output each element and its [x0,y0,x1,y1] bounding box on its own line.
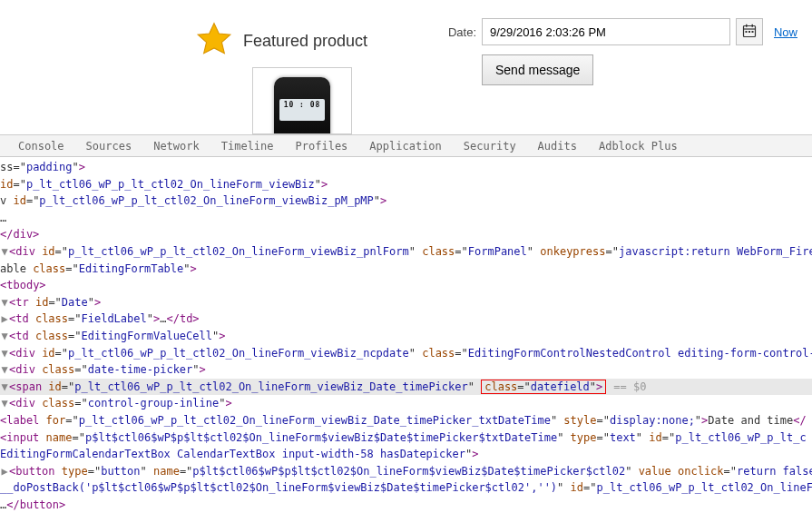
tab-sources[interactable]: Sources [75,135,143,156]
dom-line[interactable]: ss="padding"> [0,159,812,176]
disclosure-triangle-icon[interactable]: ▶ [0,311,9,328]
devtools-panel: Console Sources Network Timeline Profile… [0,134,812,513]
dom-line[interactable]: ▼<tr id="Date"> [0,294,812,311]
tab-console[interactable]: Console [7,135,75,156]
disclosure-triangle-icon[interactable]: ▼ [0,243,9,261]
send-message-button[interactable]: Send message [482,54,593,85]
dom-line[interactable]: ▼<div id="p_lt_ctl06_wP_p_lt_ctl02_On_li… [0,345,812,362]
disclosure-triangle-icon[interactable]: ▶ [0,463,9,480]
svg-rect-2 [746,24,748,26]
svg-rect-6 [751,31,753,33]
dom-line[interactable]: ▶<button type="button" name="p$lt$ctl06$… [0,463,812,480]
dom-line[interactable]: EditingFormCalendarTextBox CalendarTextB… [0,446,812,463]
date-input[interactable] [482,18,730,45]
phone-mockup: 10 : 08 [274,77,330,134]
dom-line[interactable]: ▼<div class="control-group-inline"> [0,395,812,412]
dom-line[interactable]: ▼<div class="date-time-picker"> [0,361,812,379]
now-link[interactable]: Now [774,25,797,39]
dom-line[interactable]: <tbody> [0,277,812,294]
phone-clock: 10 : 08 [274,101,330,109]
date-label: Date: [435,25,476,39]
dom-line[interactable]: ▼<td class="EditingFormValueCell"> [0,328,812,345]
disclosure-triangle-icon[interactable]: ▼ [0,361,9,379]
featured-product-label: Featured product [243,32,367,51]
form-area: Date: Now Send message [435,18,797,85]
dom-line-selected[interactable]: ▼<span id="p_lt_ctl06_wP_p_lt_ctl02_On_l… [0,379,812,396]
tab-timeline[interactable]: Timeline [210,135,285,156]
disclosure-triangle-icon[interactable]: ▼ [0,395,9,412]
tab-audits[interactable]: Audits [527,135,588,156]
dom-line[interactable]: id="p_lt_ctl06_wP_p_lt_ctl02_On_lineForm… [0,176,812,193]
disclosure-triangle-icon[interactable]: ▼ [0,294,9,311]
dom-elements-pane[interactable]: ss="padding"> id="p_lt_ctl06_wP_p_lt_ctl… [0,157,812,513]
disclosure-triangle-icon[interactable]: ▼ [0,379,9,396]
disclosure-triangle-icon[interactable]: ▼ [0,345,9,362]
tab-adblock[interactable]: Adblock Plus [588,135,689,156]
svg-rect-5 [748,31,750,33]
tab-network[interactable]: Network [142,135,210,156]
dom-line[interactable]: <input name="p$lt$ctl06$wP$p$lt$ctl02$On… [0,429,812,447]
page-top: Featured product 10 : 08 Date: Now Send … [0,0,812,134]
dom-line[interactable]: able class="EditingFormTable"> [0,261,812,278]
tab-application[interactable]: Application [358,135,452,156]
star-icon [194,20,234,63]
svg-rect-4 [745,31,747,33]
tab-security[interactable]: Security [453,135,527,156]
dom-line[interactable]: ▶<td class="FieldLabel">…</td> [0,311,812,328]
date-row: Date: Now [435,18,797,45]
tab-profiles[interactable]: Profiles [285,135,359,156]
featured-product-block: Featured product [194,20,367,63]
calendar-button[interactable] [736,18,763,45]
dom-line[interactable]: …</button> [0,497,812,513]
dom-line[interactable]: v id="p_lt_ctl06_wP_p_lt_ctl02_On_lineFo… [0,192,812,210]
highlighted-attribute: class="datefield"> [481,380,606,394]
dom-line[interactable]: </div> [0,226,812,243]
dom-line[interactable]: ▼<div id="p_lt_ctl06_wP_p_lt_ctl02_On_li… [0,243,812,261]
dom-line[interactable]: … [0,210,812,227]
product-image: 10 : 08 [252,67,352,134]
disclosure-triangle-icon[interactable]: ▼ [0,328,9,345]
dom-line[interactable]: <label for="p_lt_ctl06_wP_p_lt_ctl02_On_… [0,412,812,429]
svg-rect-3 [751,24,753,26]
devtools-tabs: Console Sources Network Timeline Profile… [0,135,812,157]
send-row: Send message [435,54,797,85]
dom-line[interactable]: __doPostBack('p$lt$ctl06$wP$p$lt$ctl02$O… [0,479,812,497]
calendar-icon [742,24,757,41]
